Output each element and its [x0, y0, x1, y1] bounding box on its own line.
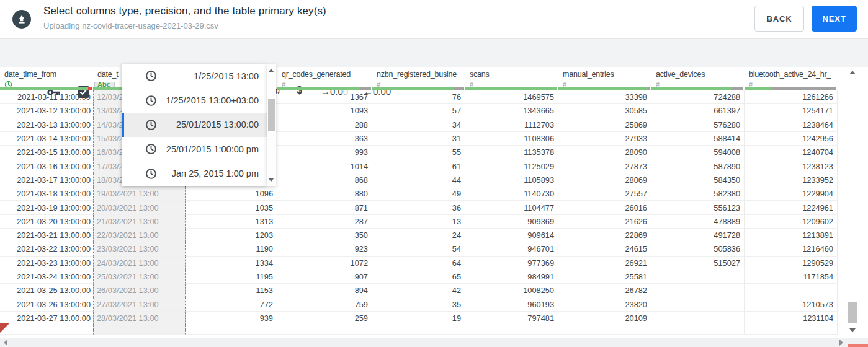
- table-cell: 1238464: [745, 118, 838, 132]
- table-cell: 1290529: [745, 257, 838, 270]
- column-header-manual_entries[interactable]: manual_entries#: [558, 67, 651, 89]
- table-cell: 2021-03-15 13:00:00: [0, 146, 93, 159]
- format-option[interactable]: 1/25/2015 13:00+03:00: [122, 88, 267, 112]
- table-cell: 24615: [558, 242, 651, 256]
- dropdown-scroll-up-arrow[interactable]: [268, 69, 274, 72]
- table-cell: 1242956: [745, 132, 838, 146]
- table-cell: 894: [277, 284, 372, 297]
- table-row: 2021-03-21 13:00:0022/03/2021 13:0012033…: [0, 229, 838, 242]
- table-cell: 1210573: [745, 297, 838, 311]
- table-cell: 49: [372, 187, 465, 201]
- table-cell: 27557: [558, 187, 651, 201]
- clock-icon: [145, 168, 157, 180]
- dropdown-scrollbar[interactable]: [267, 64, 276, 186]
- table-cell: 478889: [651, 215, 745, 229]
- table-row: 2021-03-25 13:00:0026/03/2021 13:0011538…: [0, 284, 838, 297]
- dropdown-scroll-down-arrow[interactable]: [268, 178, 274, 182]
- table-cell: 26782: [558, 284, 651, 297]
- column-header-scans[interactable]: scans#: [465, 67, 558, 89]
- table-cell: 1125029: [465, 159, 558, 173]
- horizontal-scrollbar[interactable]: [0, 338, 868, 347]
- scroll-right-arrow[interactable]: [839, 340, 843, 346]
- table-cell: 946701: [465, 242, 558, 256]
- vertical-scrollbar-thumb[interactable]: [848, 302, 857, 323]
- format-option-selected[interactable]: 25/01/2015 13:00:00: [122, 113, 267, 137]
- table-row: 2021-03-27 13:00:0028/03/2021 13:0093925…: [0, 312, 838, 325]
- scroll-down-arrow[interactable]: [849, 328, 856, 332]
- table-cell: 1014: [277, 159, 372, 173]
- table-cell: 515027: [651, 257, 745, 270]
- table-cell: 28090: [558, 146, 651, 159]
- table-cell: 582380: [651, 187, 745, 201]
- table-cell: 2021-03-22 13:00:00: [0, 242, 93, 256]
- table-cell: 2021-03-17 13:00:00: [0, 174, 93, 187]
- back-button[interactable]: BACK: [754, 6, 804, 32]
- table-row: 2021-03-19 13:00:0020/03/2021 13:0010358…: [0, 201, 838, 214]
- table-cell: 984991: [465, 270, 558, 284]
- table-cell: 1224961: [745, 201, 838, 214]
- table-cell: 34: [372, 118, 465, 132]
- table-cell: 797481: [465, 312, 558, 325]
- clock-icon: [145, 70, 157, 82]
- column-header-qr_codes_generated[interactable]: qr_codes_generated#: [277, 67, 372, 89]
- upload-cloud-icon: [12, 10, 31, 29]
- page-subtitle: Uploading nz-covid-tracer-usage-2021-03-…: [43, 21, 218, 30]
- format-option[interactable]: 25/01/2015 1:00:00 pm: [122, 137, 267, 161]
- format-option-label: 1/25/2015 13:00: [194, 71, 259, 81]
- table-cell: 759: [277, 297, 372, 311]
- table-cell: 909369: [465, 215, 558, 229]
- table-cell: 2021-03-27 13:00:00: [0, 312, 93, 325]
- table-cell: 2021-03-24 13:00:00: [0, 270, 93, 284]
- table-cell: 13: [372, 215, 465, 229]
- table-cell: 1313: [186, 215, 277, 229]
- table-cell: [651, 297, 745, 311]
- table-cell: 20/03/2021 13:00: [93, 201, 186, 214]
- vertical-scrollbar[interactable]: [846, 68, 859, 337]
- table-cell: 2021-03-21 13:00:00: [0, 229, 93, 242]
- table-cell: 22869: [558, 229, 651, 242]
- scroll-notification-bar: [848, 344, 868, 347]
- column-type-toolbar: TT Date / time # $ →0.00 ←0.00: [0, 38, 868, 67]
- scroll-left-arrow[interactable]: [4, 340, 7, 346]
- table-cell: 939: [186, 312, 277, 325]
- table-cell: [651, 312, 745, 325]
- table-cell: 22/03/2021 13:00: [93, 229, 186, 242]
- table-cell: 868: [277, 174, 372, 187]
- format-option[interactable]: Jan 25, 2015 1:00 pm: [122, 162, 267, 186]
- format-option-label: 1/25/2015 13:00+03:00: [166, 95, 259, 105]
- table-cell: [651, 284, 745, 297]
- format-option-label: Jan 25, 2015 1:00 pm: [172, 169, 259, 178]
- column-header-bluetooth_active_24_hr_[interactable]: bluetooth_active_24_hr_#: [745, 67, 838, 89]
- table-cell: 588414: [651, 132, 745, 146]
- table-cell: 19/03/2021 13:00: [93, 187, 186, 201]
- table-row: 2021-03-24 13:00:0025/03/2021 13:0011959…: [0, 270, 838, 284]
- table-cell: 25869: [558, 118, 651, 132]
- column-name: qr_codes_generated: [282, 70, 372, 79]
- table-cell: 2021-03-25 13:00:00: [0, 284, 93, 297]
- next-button[interactable]: NEXT: [812, 6, 857, 32]
- format-option[interactable]: 1/25/2015 13:00: [122, 64, 267, 88]
- table-cell: 42: [372, 284, 465, 297]
- scroll-up-arrow[interactable]: [849, 71, 856, 74]
- table-cell: 909614: [465, 229, 558, 242]
- table-cell: 587890: [651, 159, 745, 173]
- table-cell: 35: [372, 297, 465, 311]
- table-cell: 1213891: [745, 229, 838, 242]
- column-header-date_time_from[interactable]: date_time_from: [0, 67, 93, 89]
- table-cell: 2021-03-12 13:00:00: [0, 104, 93, 118]
- table-cell: 61: [372, 159, 465, 173]
- table-cell: 2021-03-11 13:00:00: [0, 90, 93, 104]
- table-cell: [93, 325, 186, 335]
- column-header-nzbn_registered_busine[interactable]: nzbn_registered_busine#: [372, 67, 465, 89]
- table-cell: 907: [277, 270, 372, 284]
- column-header-active_devices[interactable]: active_devices#: [651, 67, 745, 89]
- table-cell: 23820: [558, 297, 651, 311]
- table-cell: 1035: [186, 201, 277, 214]
- table-cell: 923: [277, 242, 372, 256]
- table-cell: 1231104: [745, 312, 838, 325]
- table-cell: 2021-03-13 13:00:00: [0, 118, 93, 132]
- dropdown-scrollbar-thumb[interactable]: [268, 99, 275, 131]
- format-dropdown: 1/25/2015 13:001/25/2015 13:00+03:0025/0…: [122, 64, 267, 186]
- table-cell: 21626: [558, 215, 651, 229]
- table-cell: 960193: [465, 297, 558, 311]
